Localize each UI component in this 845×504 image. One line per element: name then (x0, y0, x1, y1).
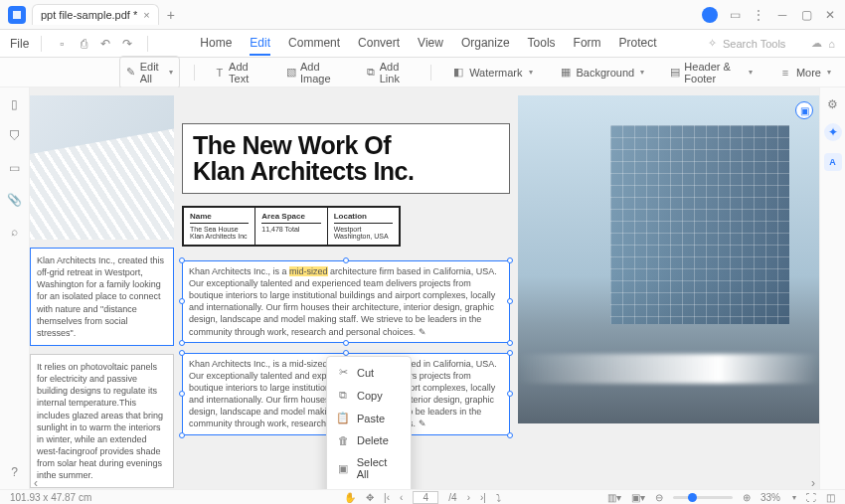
hand-icon[interactable]: ✋ (344, 492, 356, 503)
selected-text-frame-1[interactable]: Khan Architects Inc., is a mid-sized arc… (182, 260, 510, 343)
header-footer-button[interactable]: ▤Header & Footer▾ (664, 57, 759, 88)
background-icon: ▦ (559, 66, 573, 80)
search-tools-input[interactable]: Search Tools (723, 38, 785, 50)
more-button[interactable]: ≡More▾ (772, 62, 837, 84)
tab-comment[interactable]: Comment (288, 32, 340, 56)
prev-page-icon[interactable]: ‹ (400, 492, 403, 503)
image-right: ▣ (518, 95, 819, 423)
misspelled-link[interactable]: strieve (377, 314, 404, 324)
fullscreen-icon[interactable]: ⛶ (806, 492, 816, 503)
chat-icon[interactable]: ▭ (728, 8, 742, 22)
zoom-thumb[interactable] (688, 493, 697, 502)
watermark-button[interactable]: ◧Watermark▾ (445, 62, 538, 84)
pencil-icon: ✎ (126, 66, 136, 80)
attachments-icon[interactable]: 📎 (7, 193, 22, 207)
left-textbox-2[interactable]: It relies on photovoltaic panels for ele… (30, 354, 174, 488)
help-icon[interactable]: ? (11, 465, 18, 479)
home-icon[interactable]: ⌂ (828, 38, 835, 50)
header-icon: ▤ (670, 66, 680, 80)
close-window-icon[interactable]: ✕ (823, 8, 837, 22)
status-dimensions: 101.93 x 47.87 cm (10, 492, 91, 503)
ai-icon[interactable]: ✦ (824, 123, 842, 141)
zoom-value[interactable]: 33% (760, 492, 780, 503)
tab-edit[interactable]: Edit (250, 32, 270, 56)
thumbnails-icon[interactable]: ▯ (11, 97, 18, 111)
add-text-button[interactable]: TAdd Text (209, 57, 266, 88)
view-mode-icon[interactable]: ▥▾ (607, 492, 621, 503)
scroll-left-icon[interactable]: ‹ (34, 476, 38, 489)
page-input[interactable]: 4 (413, 491, 438, 504)
headline-2: Klan Architects Inc. (193, 158, 499, 184)
redo-icon[interactable]: ↷ (119, 37, 135, 51)
chevron-down-icon: ▾ (640, 68, 644, 77)
horizontal-scrollbar[interactable]: ‹ › (30, 477, 819, 489)
assist-icon[interactable]: A (824, 153, 842, 171)
image-action-icon[interactable]: ▣ (795, 101, 813, 119)
cloud-icon[interactable]: ☁ (811, 37, 822, 50)
tab-tools[interactable]: Tools (528, 32, 556, 56)
save-icon[interactable]: ▫ (54, 37, 70, 51)
add-image-button[interactable]: ▧Add Image (280, 57, 346, 88)
comments-icon[interactable]: ▭ (9, 161, 20, 175)
bookmark-icon[interactable]: ⛉ (9, 129, 21, 143)
file-menu[interactable]: File (10, 37, 29, 51)
app-icon (8, 6, 26, 24)
headline-box[interactable]: The New Work Of Klan Architects Inc. (182, 123, 510, 194)
undo-icon[interactable]: ↶ (97, 37, 113, 51)
paste-icon: 📋 (337, 412, 349, 424)
ctx-properties[interactable]: ⚙Properties (327, 485, 411, 489)
tab-convert[interactable]: Convert (358, 32, 400, 56)
left-sidebar: ▯ ⛉ ▭ 📎 ⌕ ? (0, 87, 30, 489)
last-page-icon[interactable]: ›| (480, 492, 486, 503)
delete-icon: 🗑 (337, 434, 349, 446)
minimize-icon[interactable]: ─ (775, 8, 789, 22)
tab-organize[interactable]: Organize (461, 32, 510, 56)
ctx-delete[interactable]: 🗑Delete (327, 429, 411, 451)
ctx-cut[interactable]: ✂Cut (327, 361, 411, 384)
zoom-slider[interactable] (673, 496, 733, 499)
background-button[interactable]: ▦Background▾ (553, 62, 651, 84)
new-tab-button[interactable]: + (167, 7, 175, 23)
select-icon[interactable]: ✥ (366, 492, 374, 503)
context-menu: ✂Cut ⧉Copy 📋Paste 🗑Delete ▣Select All ⚙P… (326, 356, 412, 489)
left-textbox-1[interactable]: Klan Architects Inc., created this off-g… (30, 248, 174, 346)
wand-icon[interactable]: ✧ (708, 37, 717, 50)
tab-protect[interactable]: Protect (619, 32, 657, 56)
main-toolbar: File ▫ ⎙ ↶ ↷ Home Edit Comment Convert V… (0, 30, 845, 58)
tab-home[interactable]: Home (200, 32, 232, 56)
maximize-icon[interactable]: ▢ (799, 8, 813, 22)
document-tab[interactable]: ppt file-sample.pdf * × (32, 4, 159, 25)
chevron-down-icon: ▾ (827, 68, 831, 77)
document-canvas[interactable]: Klan Architects Inc., created this off-g… (30, 87, 819, 489)
image-icon: ▧ (286, 66, 296, 80)
edit-all-button[interactable]: ✎Edit All▾ (119, 56, 180, 89)
ctx-copy[interactable]: ⧉Copy (327, 384, 411, 407)
zoom-in-icon[interactable]: ⊕ (743, 492, 751, 503)
ctx-select-all[interactable]: ▣Select All (327, 451, 411, 485)
ribbon-tabs: Home Edit Comment Convert View Organize … (200, 32, 656, 56)
right-sidebar: ⚙ ✦ A (819, 87, 845, 489)
scroll-right-icon[interactable]: › (811, 476, 815, 489)
close-tab-icon[interactable]: × (143, 9, 149, 21)
search-icon[interactable]: ⌕ (11, 225, 18, 239)
edit-toolbar: ✎Edit All▾ TAdd Text ▧Add Image ⧉Add Lin… (0, 58, 845, 87)
jump-icon[interactable]: ⤵ (496, 492, 501, 503)
titlebar: ppt file-sample.pdf * × + ▭ ⋮ ─ ▢ ✕ (0, 0, 845, 30)
read-mode-icon[interactable]: ◫ (826, 492, 835, 503)
tab-form[interactable]: Form (574, 32, 601, 56)
highlighted-text: mid-sized (289, 266, 328, 276)
first-page-icon[interactable]: |‹ (384, 492, 390, 503)
tab-title: ppt file-sample.pdf * (41, 9, 137, 21)
chevron-down-icon: ▾ (169, 68, 173, 77)
user-avatar-icon[interactable] (702, 7, 718, 23)
next-page-icon[interactable]: › (467, 492, 470, 503)
tab-view[interactable]: View (418, 32, 443, 56)
ctx-paste[interactable]: 📋Paste (327, 407, 411, 429)
fit-icon[interactable]: ▣▾ (631, 492, 645, 503)
info-table[interactable]: NameThe Sea House Klan Architects Inc Ar… (182, 206, 401, 247)
zoom-out-icon[interactable]: ⊖ (655, 492, 663, 503)
print-icon[interactable]: ⎙ (76, 37, 91, 51)
add-link-button[interactable]: ⧉Add Link (359, 57, 417, 88)
panel-settings-icon[interactable]: ⚙ (827, 97, 838, 111)
kebab-icon[interactable]: ⋮ (752, 8, 765, 22)
